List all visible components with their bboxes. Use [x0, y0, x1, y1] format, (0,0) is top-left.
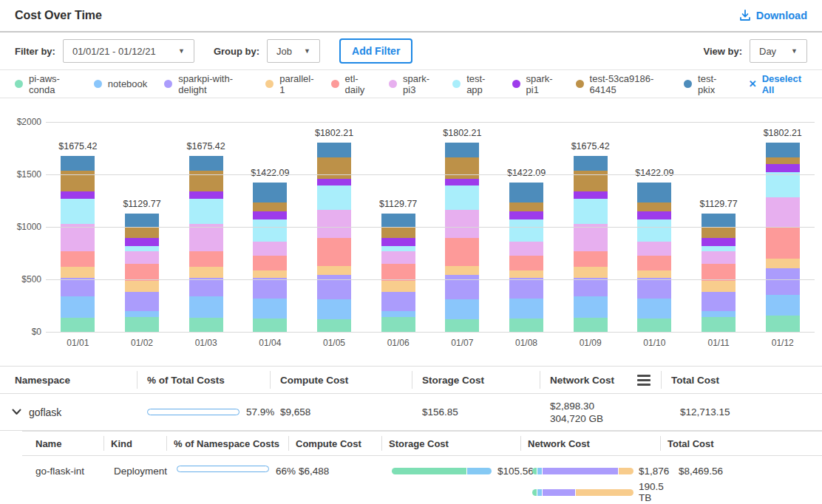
- bar-segment-spark-pi3[interactable]: [317, 210, 351, 238]
- group-by-select[interactable]: Job ▼: [267, 39, 320, 63]
- legend-item-test-53ca9186-64145[interactable]: test-53ca9186-64145: [576, 73, 667, 95]
- bar-segment-etl-daily[interactable]: [574, 251, 608, 267]
- legend-item-etl-daily[interactable]: etl-daily: [331, 73, 373, 95]
- bar-segment-pi-aws-conda[interactable]: [637, 319, 671, 332]
- bar-segment-sparkpi-with-delight[interactable]: [766, 268, 800, 295]
- stacked-bar-01/12[interactable]: [766, 143, 800, 332]
- view-by-select[interactable]: Day ▼: [750, 39, 807, 63]
- bar-segment-pi-aws-conda[interactable]: [61, 318, 95, 332]
- bar-segment-test-pkix[interactable]: [125, 214, 159, 227]
- bar-segment-pi-aws-conda[interactable]: [381, 317, 415, 332]
- bar-segment-parallel-1[interactable]: [637, 270, 671, 278]
- bar-segment-etl-daily[interactable]: [61, 251, 95, 267]
- bar-segment-test-53ca9186-64145[interactable]: [381, 227, 415, 238]
- bar-segment-test-app[interactable]: [381, 246, 415, 252]
- bar-segment-spark-pi1[interactable]: [381, 238, 415, 246]
- bar-segment-etl-daily[interactable]: [125, 264, 159, 281]
- bar-segment-notebook[interactable]: [189, 296, 223, 318]
- bar-segment-pi-aws-conda[interactable]: [253, 319, 287, 332]
- bar-segment-test-pkix[interactable]: [445, 143, 479, 157]
- legend-item-test-app[interactable]: test-app: [452, 73, 495, 95]
- bar-segment-notebook[interactable]: [574, 296, 608, 318]
- bar-segment-test-pkix[interactable]: [574, 156, 608, 171]
- stacked-bar-01/07[interactable]: [445, 143, 479, 332]
- bar-segment-test-app[interactable]: [61, 199, 95, 223]
- bar-segment-test-app[interactable]: [253, 219, 287, 242]
- legend-item-sparkpi-with-delight[interactable]: sparkpi-with-delight: [164, 73, 248, 95]
- bar-segment-pi-aws-conda[interactable]: [445, 319, 479, 332]
- chevron-down-icon[interactable]: [12, 409, 21, 415]
- bar-segment-sparkpi-with-delight[interactable]: [445, 275, 479, 299]
- bar-segment-pi-aws-conda[interactable]: [509, 319, 543, 332]
- bar-segment-test-pkix[interactable]: [766, 143, 800, 157]
- bar-segment-test-53ca9186-64145[interactable]: [445, 157, 479, 179]
- bar-segment-test-app[interactable]: [445, 185, 479, 210]
- bar-segment-test-pkix[interactable]: [702, 214, 736, 227]
- bar-segment-pi-aws-conda[interactable]: [317, 319, 351, 332]
- bar-segment-spark-pi1[interactable]: [766, 164, 800, 172]
- legend-item-spark-pi3[interactable]: spark-pi3: [389, 73, 435, 95]
- bar-segment-test-pkix[interactable]: [189, 156, 223, 171]
- bar-segment-spark-pi3[interactable]: [253, 242, 287, 256]
- bar-segment-notebook[interactable]: [253, 299, 287, 319]
- bar-segment-parallel-1[interactable]: [61, 267, 95, 278]
- bar-segment-notebook[interactable]: [125, 311, 159, 317]
- bar-segment-spark-pi3[interactable]: [125, 251, 159, 264]
- bar-segment-sparkpi-with-delight[interactable]: [253, 278, 287, 299]
- bar-segment-spark-pi3[interactable]: [702, 251, 736, 264]
- stacked-bar-01/10[interactable]: [637, 183, 671, 332]
- column-menu-icon[interactable]: [637, 375, 651, 386]
- table-row-go-flask-int[interactable]: go-flask-int Deployment 66% $6,488 $105.…: [22, 456, 822, 497]
- stacked-bar-01/06[interactable]: [381, 214, 415, 332]
- bar-segment-test-app[interactable]: [766, 172, 800, 197]
- bar-segment-spark-pi3[interactable]: [509, 242, 543, 256]
- legend-item-pi-aws-conda[interactable]: pi-aws-conda: [15, 73, 77, 95]
- bar-segment-pi-aws-conda[interactable]: [189, 318, 223, 332]
- stacked-bar-01/05[interactable]: [317, 143, 351, 332]
- bar-segment-spark-pi1[interactable]: [574, 191, 608, 199]
- bar-segment-parallel-1[interactable]: [702, 281, 736, 292]
- bar-segment-test-53ca9186-64145[interactable]: [509, 202, 543, 211]
- bar-segment-spark-pi1[interactable]: [61, 191, 95, 199]
- bar-segment-test-pkix[interactable]: [61, 156, 95, 171]
- bar-segment-test-app[interactable]: [125, 246, 159, 252]
- bar-segment-spark-pi3[interactable]: [766, 197, 800, 228]
- bar-segment-spark-pi1[interactable]: [125, 238, 159, 246]
- bar-segment-notebook[interactable]: [381, 311, 415, 317]
- bar-segment-test-53ca9186-64145[interactable]: [637, 202, 671, 211]
- bar-segment-sparkpi-with-delight[interactable]: [702, 292, 736, 311]
- bar-segment-sparkpi-with-delight[interactable]: [189, 278, 223, 296]
- bar-segment-parallel-1[interactable]: [381, 281, 415, 292]
- stacked-bar-01/04[interactable]: [253, 183, 287, 332]
- legend-item-spark-pi1[interactable]: spark-pi1: [512, 73, 559, 95]
- bar-segment-sparkpi-with-delight[interactable]: [125, 292, 159, 311]
- bar-segment-parallel-1[interactable]: [574, 267, 608, 278]
- bar-segment-spark-pi3[interactable]: [637, 242, 671, 256]
- legend-item-notebook[interactable]: notebook: [94, 78, 148, 89]
- bar-segment-notebook[interactable]: [445, 299, 479, 319]
- bar-segment-sparkpi-with-delight[interactable]: [317, 275, 351, 299]
- bar-segment-pi-aws-conda[interactable]: [702, 317, 736, 332]
- stacked-bar-01/11[interactable]: [702, 214, 736, 332]
- stacked-bar-01/02[interactable]: [125, 214, 159, 332]
- bar-segment-test-pkix[interactable]: [317, 143, 351, 157]
- bar-segment-etl-daily[interactable]: [253, 256, 287, 270]
- bar-segment-notebook[interactable]: [509, 299, 543, 319]
- bar-segment-spark-pi1[interactable]: [702, 238, 736, 246]
- bar-segment-pi-aws-conda[interactable]: [766, 316, 800, 332]
- add-filter-button[interactable]: Add Filter: [339, 38, 412, 64]
- bar-segment-pi-aws-conda[interactable]: [574, 318, 608, 332]
- bar-segment-pi-aws-conda[interactable]: [125, 317, 159, 332]
- bar-segment-spark-pi1[interactable]: [189, 191, 223, 199]
- table-row-goflask[interactable]: goflask 57.9% $9,658 $156.85 $2,898.30 3…: [0, 394, 822, 431]
- bar-segment-etl-daily[interactable]: [189, 251, 223, 267]
- bar-segment-test-53ca9186-64145[interactable]: [702, 227, 736, 238]
- bar-segment-etl-daily[interactable]: [509, 256, 543, 270]
- date-range-select[interactable]: 01/01/21 - 01/12/21 ▼: [63, 39, 194, 63]
- bar-segment-parallel-1[interactable]: [317, 266, 351, 275]
- bar-segment-notebook[interactable]: [637, 299, 671, 319]
- bar-segment-test-app[interactable]: [637, 219, 671, 242]
- bar-segment-test-pkix[interactable]: [253, 183, 287, 202]
- bar-segment-sparkpi-with-delight[interactable]: [509, 278, 543, 299]
- bar-segment-parallel-1[interactable]: [766, 259, 800, 268]
